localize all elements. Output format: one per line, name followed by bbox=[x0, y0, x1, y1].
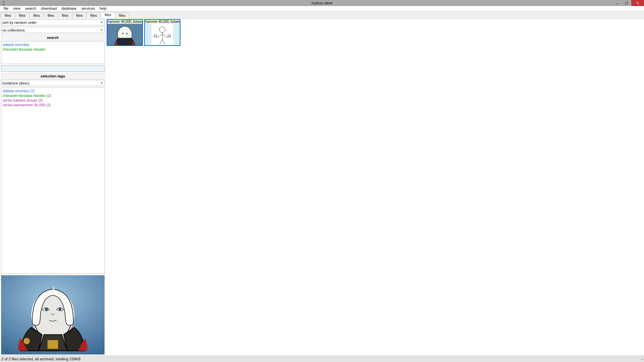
selection-sort-dropdown[interactable]: incidence (desc) bbox=[1, 80, 105, 86]
svg-rect-1 bbox=[626, 2, 628, 4]
thumbnail-grid[interactable]: hammer 40,000, katawa shohammer 40,000, … bbox=[106, 18, 644, 356]
page-tab[interactable]: files bbox=[58, 12, 72, 18]
search-header: search bbox=[1, 35, 105, 41]
page-tab[interactable]: files bbox=[86, 12, 101, 18]
thumbnail-image bbox=[145, 24, 180, 45]
menu-view[interactable]: view bbox=[11, 6, 23, 11]
menu-services[interactable]: services bbox=[79, 6, 97, 11]
selection-tag[interactable]: series:warhammer 40,000 (2) bbox=[3, 103, 103, 107]
svg-point-9 bbox=[59, 308, 62, 311]
selection-sort-value: incidence (desc) bbox=[2, 81, 29, 85]
selection-tag[interactable]: adepta sororitas (2) bbox=[3, 88, 103, 93]
collections-dropdown[interactable]: no collections bbox=[1, 27, 105, 33]
titlebar: hydrus client bbox=[0, 0, 644, 6]
page-tab[interactable]: files bbox=[115, 12, 130, 18]
thumbnail-label: hammer 40,000, katawa sho bbox=[145, 20, 180, 24]
preview-image bbox=[1, 276, 104, 354]
preview-panel[interactable] bbox=[1, 275, 105, 355]
thumbnail-image bbox=[107, 24, 142, 45]
thumbnail[interactable]: hammer 40,000, katawa sho bbox=[107, 19, 143, 46]
menu-help[interactable]: help bbox=[97, 6, 109, 11]
search-tag[interactable]: character:ikezawa hanako bbox=[3, 47, 103, 52]
selection-tag[interactable]: character:ikezawa hanako (2) bbox=[3, 93, 103, 98]
search-tag-list[interactable]: adepta sororitascharacter:ikezawa hanako bbox=[1, 41, 105, 64]
sort-dropdown-value: sort by random order bbox=[2, 20, 37, 24]
menu-database[interactable]: database bbox=[59, 6, 79, 11]
window-controls bbox=[612, 0, 644, 6]
page-tab[interactable]: files bbox=[1, 12, 15, 18]
svg-point-6 bbox=[23, 338, 30, 344]
page-tab[interactable]: files bbox=[101, 12, 115, 18]
menu-download[interactable]: download bbox=[39, 6, 59, 11]
minimize-button[interactable] bbox=[612, 0, 622, 6]
collections-dropdown-value: no collections bbox=[2, 28, 25, 32]
menu-file[interactable]: file bbox=[1, 6, 11, 11]
status-text: 2 of 2 files selected, all archived, tot… bbox=[1, 357, 80, 361]
page-tab[interactable]: files bbox=[15, 12, 30, 18]
window-title: hydrus client bbox=[312, 1, 332, 5]
svg-line-3 bbox=[637, 2, 639, 4]
main-area: sort by random order no collections sear… bbox=[0, 18, 644, 356]
selection-tag-list[interactable]: adepta sororitas (2)character:ikezawa ha… bbox=[1, 87, 105, 274]
page-tab[interactable]: files bbox=[72, 12, 87, 18]
selection-tags-header: selection tags bbox=[1, 73, 105, 79]
svg-rect-7 bbox=[47, 340, 58, 349]
thumbnail[interactable]: hammer 40,000, katawa sho bbox=[144, 19, 180, 46]
svg-line-21 bbox=[643, 360, 643, 360]
thumbnail-label: hammer 40,000, katawa sho bbox=[107, 20, 142, 24]
menu-search[interactable]: search bbox=[23, 6, 39, 11]
svg-point-12 bbox=[122, 33, 123, 34]
search-tag[interactable]: adepta sororitas bbox=[3, 42, 103, 47]
page-tabs: filesfilesfilesfilesfilesfilesfilesfiles… bbox=[0, 11, 644, 18]
selection-tag[interactable]: series:katawa shoujo (2) bbox=[3, 98, 103, 103]
svg-point-13 bbox=[126, 33, 127, 34]
tag-search-input[interactable] bbox=[1, 65, 105, 72]
page-tab[interactable]: files bbox=[44, 12, 58, 18]
app-icon bbox=[1, 0, 7, 6]
sidebar: sort by random order no collections sear… bbox=[0, 18, 106, 356]
sort-dropdown[interactable]: sort by random order bbox=[1, 19, 105, 25]
svg-line-19 bbox=[640, 358, 643, 360]
statusbar: 2 of 2 files selected, all archived, tot… bbox=[0, 356, 644, 362]
menubar: file view search download database servi… bbox=[0, 6, 644, 11]
page-tab[interactable]: files bbox=[29, 12, 44, 18]
resize-grip-icon[interactable] bbox=[639, 357, 643, 361]
close-button[interactable] bbox=[631, 0, 644, 6]
svg-point-8 bbox=[45, 308, 48, 311]
maximize-button[interactable] bbox=[622, 0, 631, 6]
